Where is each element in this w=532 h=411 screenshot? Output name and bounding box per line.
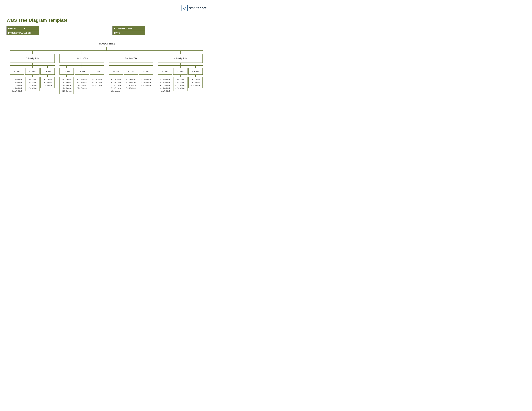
task-col-2-3: 2.3 Task2.3.1 Subtask2.3.2 Subtask2.3.3 … [90, 65, 104, 94]
task-col-2-2: 2.2 Task2.2.1 Subtask2.2.2 Subtask2.2.3 … [75, 65, 89, 94]
vertical-connector [48, 65, 48, 68]
wbs-box: 4 Activity Title [158, 54, 203, 63]
wbs-box: 2.2 Task [75, 68, 89, 75]
page-title: WBS Tree Diagram Template [6, 18, 206, 23]
subtask-box-2-1: 2.1.1 Subtask2.1.2 Subtask2.1.3 Subtask2… [59, 77, 74, 94]
root-node-wrapper: PROJECT TITLE [87, 40, 126, 50]
date-value[interactable] [145, 31, 206, 35]
vertical-connector [195, 65, 196, 68]
project-title-value[interactable] [39, 26, 113, 31]
wbs-box: 2 Activity Title [59, 54, 104, 63]
vertical-connector [66, 65, 67, 68]
vertical-connector [97, 65, 97, 68]
company-name-value[interactable] [145, 26, 206, 31]
wbs-box: 3.2 Task [124, 68, 138, 75]
vertical-connector [32, 65, 33, 68]
task-col-4-3: 4.3 Task4.3.1 Subtask4.3.2 Subtask4.3.3 … [189, 65, 203, 94]
vertical-connector [131, 65, 131, 68]
vertical-connector [82, 65, 82, 68]
project-manager-label: PROJECT MANAGER [7, 31, 39, 35]
task-col-1-3: 1.3 Task1.3.1 Subtask1.3.2 Subtask1.3.3 … [40, 65, 55, 94]
wbs-box: 1 Activity Title [10, 54, 55, 63]
task-col-3-2: 3.2 Task3.2.1 Subtask3.2.2 Subtask3.2.3 … [124, 65, 138, 94]
vertical-connector [32, 51, 33, 54]
subtask-box-3-3: 3.3.1 Subtask3.3.2 Subtask3.3.3 Subtask [139, 77, 153, 88]
activity-section-1: 1 Activity Title1.1 Task1.1.1 Subtask1.1… [10, 51, 55, 94]
task-col-4-1: 4.1 Task4.1.1 Subtask4.1.2 Subtask4.1.3 … [158, 65, 172, 94]
subtask-box-3-1: 3.1.1 Subtask3.1.2 Subtask3.1.3 Subtask3… [109, 77, 123, 94]
vertical-connector [17, 65, 17, 68]
vertical-connector [82, 75, 82, 77]
task-col-1-2: 1.2 Task1.2.1 Subtask1.2.2 Subtask1.2.3 … [25, 65, 39, 94]
vertical-connector [116, 65, 116, 68]
wbs-box: 1.2 Task [25, 68, 39, 75]
wbs-box: 4.1 Task [158, 68, 172, 75]
vertical-connector [131, 63, 131, 65]
project-manager-value[interactable] [39, 31, 113, 35]
vertical-connector [17, 75, 17, 77]
subtask-box-2-2: 2.2.1 Subtask2.2.2 Subtask2.2.3 Subtask2… [75, 77, 89, 91]
subtask-box-1-3: 1.3.1 Subtask1.3.2 Subtask1.3.3 Subtask [40, 77, 55, 88]
vertical-connector [146, 65, 146, 68]
date-label: DATE [113, 31, 145, 35]
vertical-connector [165, 75, 165, 77]
wbs-box: 3.3 Task [139, 68, 153, 75]
vertical-connector [180, 51, 180, 54]
vertical-connector [165, 65, 165, 68]
svg-rect-0 [181, 5, 187, 11]
wbs-box: 1.3 Task [40, 68, 55, 75]
activities-row: 1 Activity Title1.1 Task1.1.1 Subtask1.1… [10, 51, 203, 94]
wbs-tree: PROJECT TITLE1 Activity Title1.1 Task1.1… [6, 40, 206, 94]
logo-text: smartsheet [189, 6, 206, 10]
task-col-3-3: 3.3 Task3.3.1 Subtask3.3.2 Subtask3.3.3 … [139, 65, 153, 94]
wbs-box: 1.1 Task [10, 68, 24, 75]
vertical-connector [97, 75, 97, 77]
wbs-box: PROJECT TITLE [87, 40, 126, 47]
vertical-connector [48, 75, 48, 77]
subtask-box-1-1: 1.1.1 Subtask1.1.2 Subtask1.1.3 Subtask1… [10, 77, 24, 94]
wbs-box: 3 Activity Title [109, 54, 153, 63]
tasks-row-2: 2.1 Task2.1.1 Subtask2.1.2 Subtask2.1.3 … [59, 65, 104, 94]
vertical-connector [66, 75, 67, 77]
subtask-box-3-2: 3.2.1 Subtask3.2.2 Subtask3.2.3 Subtask3… [124, 77, 138, 91]
vertical-connector [116, 75, 116, 77]
task-col-1-1: 1.1 Task1.1.1 Subtask1.1.2 Subtask1.1.3 … [10, 65, 24, 94]
vertical-connector [131, 75, 131, 77]
task-col-4-2: 4.2 Task4.2.1 Subtask4.2.2 Subtask4.2.3 … [173, 65, 188, 94]
page-header: smartsheet [6, 5, 206, 11]
subtask-box-4-3: 4.3.1 Subtask4.3.2 Subtask4.3.3 Subtask [189, 77, 203, 88]
subtask-box-4-2: 4.2.1 Subtask4.2.2 Subtask4.2.3 Subtask4… [173, 77, 188, 91]
vertical-connector [146, 75, 146, 77]
task-col-3-1: 3.1 Task3.1.1 Subtask3.1.2 Subtask3.1.3 … [109, 65, 123, 94]
vertical-connector [32, 63, 33, 65]
task-col-2-1: 2.1 Task2.1.1 Subtask2.1.2 Subtask2.1.3 … [59, 65, 74, 94]
vertical-connector [180, 75, 180, 77]
vertical-connector [32, 75, 33, 77]
company-name-label: COMPANY NAME [113, 26, 145, 31]
subtask-box-4-1: 4.1.1 Subtask4.1.2 Subtask4.1.3 Subtask4… [158, 77, 172, 94]
vertical-connector [106, 47, 106, 50]
vertical-connector [82, 51, 82, 54]
vertical-connector [195, 75, 196, 77]
project-title-label: PROJECT TITLE [7, 26, 39, 31]
wbs-box: 4.3 Task [189, 68, 203, 75]
project-info-table: PROJECT TITLE COMPANY NAME PROJECT MANAG… [6, 26, 206, 35]
wbs-box: 2.1 Task [59, 68, 74, 75]
wbs-box: 3.1 Task [109, 68, 123, 75]
wbs-diagram: PROJECT TITLE1 Activity Title1.1 Task1.1… [6, 40, 206, 94]
tasks-row-4: 4.1 Task4.1.1 Subtask4.1.2 Subtask4.1.3 … [158, 65, 203, 94]
subtask-box-1-2: 1.2.1 Subtask1.2.2 Subtask1.2.3 Subtask1… [25, 77, 39, 91]
activity-section-2: 2 Activity Title2.1 Task2.1.1 Subtask2.1… [59, 51, 104, 94]
smartsheet-logo-icon [181, 5, 188, 11]
vertical-connector [180, 65, 180, 68]
wbs-box: 2.3 Task [90, 68, 104, 75]
info-row-1: PROJECT TITLE COMPANY NAME [7, 26, 206, 31]
tasks-row-1: 1.1 Task1.1.1 Subtask1.1.2 Subtask1.1.3 … [10, 65, 55, 94]
vertical-connector [180, 63, 180, 65]
logo: smartsheet [181, 5, 206, 11]
tasks-row-3: 3.1 Task3.1.1 Subtask3.1.2 Subtask3.1.3 … [109, 65, 153, 94]
info-row-2: PROJECT MANAGER DATE [7, 31, 206, 35]
wbs-box: 4.2 Task [173, 68, 188, 75]
activity-section-3: 3 Activity Title3.1 Task3.1.1 Subtask3.1… [109, 51, 153, 94]
activity-section-4: 4 Activity Title4.1 Task4.1.1 Subtask4.1… [158, 51, 203, 94]
